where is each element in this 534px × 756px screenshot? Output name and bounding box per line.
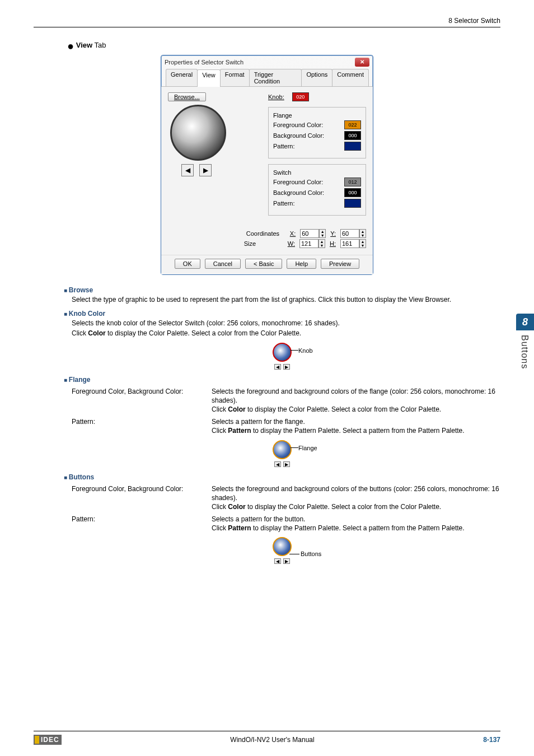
flange-fg-swatch[interactable]: 022 <box>344 120 361 129</box>
manual-title: WindO/I-NV2 User's Manual <box>230 736 314 744</box>
buttons-fgbg-text: Selects the foreground and background co… <box>212 484 500 512</box>
title-bold: View <box>76 41 92 49</box>
switch-legend: Switch <box>273 169 291 176</box>
buttons-pattern-doc-label: Pattern: <box>72 515 212 533</box>
next-graphic-button[interactable]: ▶ <box>199 164 212 176</box>
prev-graphic-button[interactable]: ◀ <box>181 164 194 176</box>
flange-fg-label: Foreground Color: <box>273 122 323 128</box>
tab-general[interactable]: General <box>166 69 198 86</box>
help-button[interactable]: Help <box>287 259 316 269</box>
title-rest: Tab <box>92 41 106 49</box>
flange-group: Flange Foreground Color:022 Background C… <box>268 107 366 158</box>
tab-options[interactable]: Options <box>301 69 332 86</box>
flange-pattern-text: Selects a pattern for the flange. Click … <box>212 417 500 435</box>
page-number: 8-137 <box>483 736 500 744</box>
tab-comment[interactable]: Comment <box>332 69 369 86</box>
bullet-icon: ● <box>67 40 74 52</box>
buttons-figure-label: Buttons <box>301 550 321 557</box>
switch-pattern-swatch[interactable] <box>344 199 361 208</box>
knob-figure-icon <box>273 343 292 362</box>
flange-figure: Flange ◀▶ <box>273 440 292 467</box>
cancel-button[interactable]: Cancel <box>205 259 241 269</box>
knob-figure: Knob ◀▶ <box>273 343 292 370</box>
dialog-title: Properties of Selector Switch <box>165 59 243 66</box>
idec-logo: IDEC <box>34 735 62 745</box>
flange-legend: Flange <box>273 112 292 119</box>
switch-fg-label: Foreground Color: <box>273 179 323 185</box>
graphic-preview: ◀ ▶ <box>168 105 235 176</box>
flange-pattern-label: Pattern: <box>273 143 295 150</box>
y-label: Y: <box>330 230 336 237</box>
knob-figure-label: Knob <box>298 347 313 354</box>
switch-group: Switch Foreground Color:012 Background C… <box>268 164 366 216</box>
knob-color-text-2: Click Color to display the Color Palette… <box>72 329 500 338</box>
knob-color-heading: Knob Color <box>64 310 500 318</box>
buttons-fgbg-label: Foreground Color, Background Color: <box>72 484 212 512</box>
properties-dialog: Properties of Selector Switch ✕ General … <box>161 55 373 275</box>
flange-pattern-doc-label: Pattern: <box>72 417 212 435</box>
browse-text: Select the type of graphic to be used to… <box>72 295 500 304</box>
knob-color-swatch[interactable]: 020 <box>292 92 309 101</box>
size-label: Size <box>244 240 283 247</box>
knob-preview-icon <box>170 105 226 161</box>
tab-view[interactable]: View <box>197 69 221 87</box>
buttons-figure: Buttons ◀▶ <box>273 537 292 564</box>
page-footer: IDEC WindO/I-NV2 User's Manual 8-137 <box>34 731 500 745</box>
section-title: ● View Tab <box>67 41 500 49</box>
browse-button[interactable]: Browse... <box>168 92 206 101</box>
x-input[interactable]: ▲▼ <box>300 229 326 238</box>
switch-pattern-label: Pattern: <box>273 200 295 207</box>
knob-label: Knob: <box>268 94 284 100</box>
tab-trigger-condition[interactable]: Trigger Condition <box>249 69 302 86</box>
x-label: X: <box>290 230 296 237</box>
flange-heading: Flange <box>64 376 500 384</box>
tab-format[interactable]: Format <box>220 69 250 86</box>
chapter-title: Buttons <box>516 330 533 374</box>
flange-figure-label: Flange <box>298 445 317 451</box>
chapter-tab: 8 Buttons <box>516 314 534 374</box>
basic-button[interactable]: < Basic <box>245 259 282 269</box>
buttons-figure-icon <box>273 537 292 556</box>
dialog-tabs: General View Format Trigger Condition Op… <box>161 69 373 87</box>
w-input[interactable]: ▲▼ <box>299 239 325 248</box>
chapter-number: 8 <box>516 314 534 330</box>
h-input[interactable]: ▲▼ <box>340 239 366 248</box>
header-section-title: 8 Selector Switch <box>34 17 500 27</box>
flange-fgbg-label: Foreground Color, Background Color: <box>72 387 212 414</box>
preview-button[interactable]: Preview <box>321 259 359 269</box>
y-input[interactable]: ▲▼ <box>340 229 366 238</box>
flange-pattern-swatch[interactable] <box>344 142 361 151</box>
flange-bg-label: Background Color: <box>273 132 324 139</box>
knob-color-text-1: Selects the knob color of the Selector S… <box>72 319 500 328</box>
buttons-pattern-text: Selects a pattern for the button. Click … <box>212 515 500 533</box>
flange-figure-icon <box>273 440 292 459</box>
switch-fg-swatch[interactable]: 012 <box>344 178 361 186</box>
buttons-heading: Buttons <box>64 473 500 481</box>
flange-fgbg-text: Selects the foreground and background co… <box>212 387 500 414</box>
browse-heading: Browse <box>64 286 500 294</box>
close-icon[interactable]: ✕ <box>355 58 369 67</box>
h-label: H: <box>330 240 336 247</box>
ok-button[interactable]: OK <box>175 259 200 269</box>
w-label: W: <box>288 240 295 247</box>
switch-bg-swatch[interactable]: 000 <box>344 188 361 197</box>
switch-bg-label: Background Color: <box>273 189 324 196</box>
flange-bg-swatch[interactable]: 000 <box>344 131 361 140</box>
coordinates-label: Coordinates <box>246 230 285 237</box>
